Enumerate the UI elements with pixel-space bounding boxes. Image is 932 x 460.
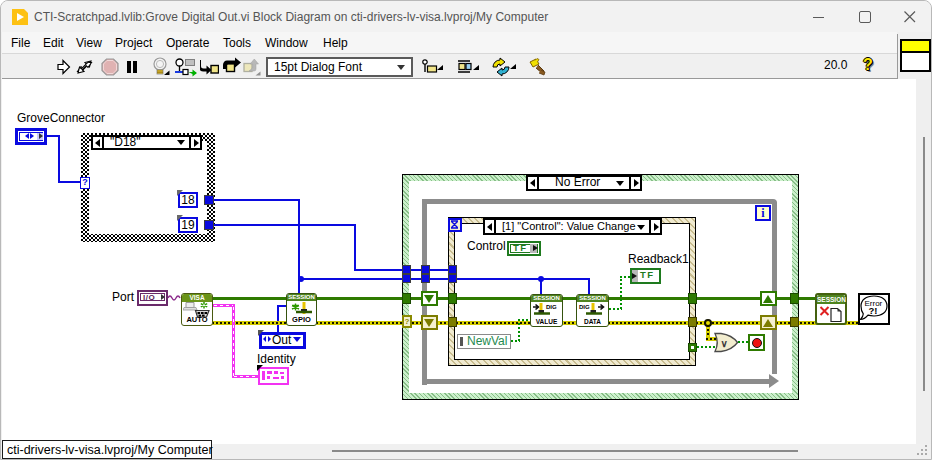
svg-text:?!: ?! <box>869 305 878 316</box>
svg-text:DIG: DIG <box>579 304 590 310</box>
svg-text:DIG: DIG <box>546 304 557 310</box>
svg-text:∨: ∨ <box>721 338 728 349</box>
